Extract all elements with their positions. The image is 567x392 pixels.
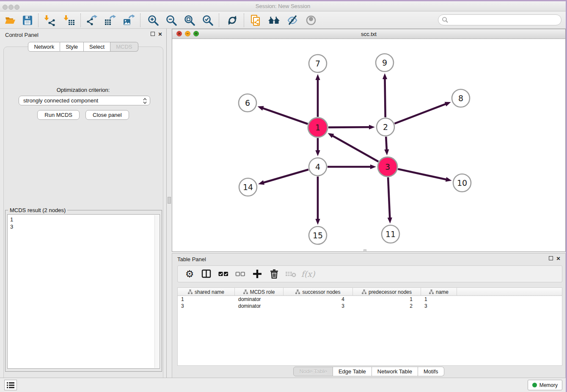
column-label: successor nodes [302,289,340,295]
network-canvas[interactable]: 1234678910111415 [172,39,565,251]
graph-edge-arrowhead [315,150,320,156]
select-all-columns-icon[interactable] [217,268,229,280]
graph-edge-1-2[interactable] [328,127,370,127]
hierarchy-icon [429,290,434,294]
graph-node-3[interactable]: 3 [378,157,397,177]
memory-status-icon [532,383,537,387]
tab-node-table[interactable]: Node Table [293,367,333,376]
graph-edge-2-8[interactable] [394,104,446,124]
graph-node-1[interactable]: 1 [308,118,328,137]
graph-edge-arrowhead [388,218,392,224]
graph-node-7[interactable]: 7 [309,55,327,72]
search-input[interactable] [449,17,561,23]
tab-motifs[interactable]: Motifs [418,367,444,376]
tab-edge-table[interactable]: Edge Table [333,367,372,376]
unselect-all-columns-icon[interactable] [234,268,246,280]
table-panel-title: Table Panel [177,256,206,262]
tab-style[interactable]: Style [60,42,84,52]
graph-edge-2-3[interactable] [386,137,387,151]
cell-mcds-role: dominator [235,303,284,309]
zoom-fit-icon[interactable] [183,14,196,27]
cell-shared-name: 3 [178,303,235,309]
tab-network-table[interactable]: Network Table [372,367,418,376]
network-window-title: scc.txt [172,31,565,37]
graph-edge-3-10[interactable] [398,169,447,179]
open-session-icon[interactable] [4,14,17,27]
float-panel-icon[interactable] [150,32,155,37]
add-column-icon[interactable] [251,268,263,280]
tab-network[interactable]: Network [28,42,60,52]
graph-node-14[interactable]: 14 [239,178,257,196]
graph-edge-3-11[interactable] [388,177,390,219]
new-network-from-selection-icon[interactable] [249,14,262,27]
graph-node-9[interactable]: 9 [376,54,394,72]
graph-node-15[interactable]: 15 [309,226,327,244]
graph-edge-4-14[interactable] [263,169,308,183]
graph-node-label: 7 [315,59,320,68]
graph-node-label: 9 [382,58,387,67]
import-network-icon[interactable] [44,14,56,27]
export-table-icon[interactable] [104,14,116,27]
graph-node-label: 4 [315,162,320,171]
task-history-button[interactable] [4,380,17,390]
graph-edge-arrowhead [315,219,320,225]
graph-node-11[interactable]: 11 [382,225,399,243]
zoom-in-icon[interactable] [147,14,160,27]
export-image-icon[interactable] [122,14,135,27]
hierarchy-icon [295,290,300,294]
tab-select[interactable]: Select [84,42,110,52]
cell-shared-name: 1 [178,296,235,303]
search-box [438,14,561,25]
close-table-panel-icon[interactable]: ✕ [556,256,561,262]
column-header-name[interactable]: name [421,288,457,296]
column-header-successor-nodes[interactable]: successor nodes [284,288,353,296]
network-view-window: ✕ − + scc.txt 1234678910111415 [172,29,566,252]
memory-button[interactable]: Memory [528,380,562,390]
table-tabs: Node TableEdge TableNetwork TableMotifs [172,367,565,376]
show-all-icon[interactable] [305,14,317,27]
import-table-icon[interactable] [63,14,76,27]
control-panel-tabs: NetworkStyleSelectMCDS [0,42,166,52]
main-toolbar [0,11,566,29]
close-panel-button[interactable]: Close panel [85,110,129,120]
mcds-result-textarea[interactable]: 1 3 [7,214,160,369]
zoom-out-icon[interactable] [165,14,178,27]
cell-name: 1 [421,296,457,303]
export-network-icon[interactable] [85,14,98,27]
graph-edge-1-6[interactable] [262,108,308,124]
float-table-panel-icon[interactable] [548,256,553,262]
toolbar-separator [140,14,140,27]
result-scrollbar[interactable] [154,215,159,368]
list-icon [7,382,14,388]
zoom-selected-icon[interactable] [201,14,214,27]
column-header-mcds-role[interactable]: MCDS role [235,288,284,296]
splitter-handle[interactable] [168,197,171,204]
hide-selected-icon[interactable] [286,14,299,27]
graph-edge-2-9[interactable] [385,78,385,117]
graph-edge-arrowhead [445,102,451,106]
refresh-icon[interactable] [226,14,239,27]
graph-node-4[interactable]: 4 [309,158,327,176]
graph-node-2[interactable]: 2 [377,118,394,136]
column-header-predecessor-nodes[interactable]: predecessor nodes [353,288,421,296]
run-mcds-button[interactable]: Run MCDS [37,110,80,120]
network-resize-handle[interactable] [363,249,366,252]
graph-node-8[interactable]: 8 [452,89,470,107]
cell-successor-nodes: 3 [284,303,353,309]
close-panel-icon[interactable]: ✕ [157,32,163,37]
criterion-select[interactable]: strongly connected component [19,96,150,105]
column-header-shared-name[interactable]: shared name [178,288,235,296]
first-neighbors-icon[interactable] [268,14,281,27]
table-row[interactable]: 1dominator411 [178,296,562,303]
table-settings-icon[interactable]: ⚙ [184,268,195,280]
graph-node-10[interactable]: 10 [453,174,471,192]
graph-node-6[interactable]: 6 [239,94,256,112]
graph-node-label: 10 [457,178,467,188]
graph-node-label: 6 [245,98,250,108]
save-session-icon[interactable] [21,14,34,27]
delete-column-icon[interactable] [268,268,280,280]
show-columns-icon[interactable] [201,268,212,280]
graph-edge-3-1[interactable] [332,135,378,162]
tab-mcds[interactable]: MCDS [110,42,138,52]
table-row[interactable]: 3dominator323 [178,303,562,309]
